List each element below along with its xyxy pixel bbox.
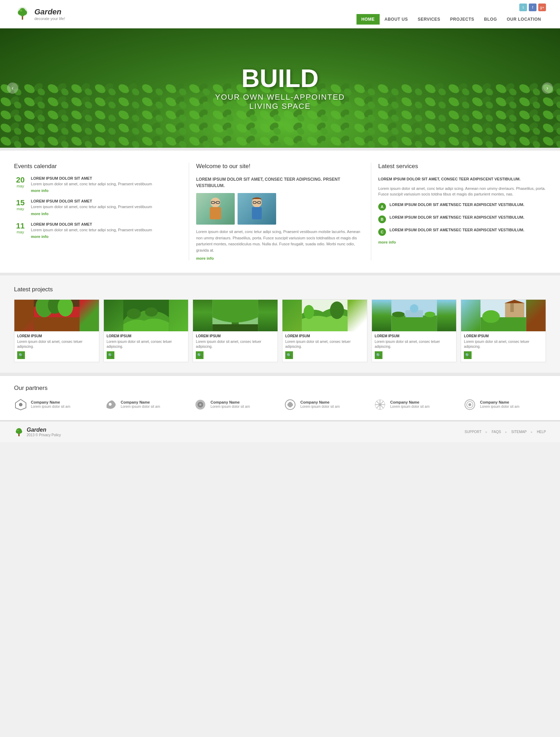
partner-info-4: Company Name Lorem ipsum dolor sit am [300,400,340,409]
event-more-3[interactable]: more info [31,234,182,239]
footer-logo-icon [14,427,24,437]
svg-point-36 [330,301,344,319]
nav-about[interactable]: ABOUT US [380,14,413,25]
welcome-images [196,193,364,225]
header: Garden decorate your life! t f g+ HOME A… [0,0,560,28]
slider-prev-button[interactable]: ‹ [7,82,18,94]
event-more-2[interactable]: more info [31,212,182,216]
project-info-2: LOREM IPSUM Lorem ipsum dolor sit amet, … [104,331,188,362]
partners-title: Our partners [14,385,546,392]
partner-logo-5 [373,398,387,411]
project-info-3: LOREM IPSUM Lorem ipsum dolor sit amet, … [193,331,278,362]
welcome-image-woman [238,193,276,225]
project-zoom-2[interactable]: 🔍 [107,351,114,359]
partner-info-6: Company Name Lorem ipsum dolor sit am [480,400,519,409]
project-info-4: LOREM IPSUM Lorem ipsum dolor sit amet, … [282,331,367,362]
welcome-title: Welcome to our site! [196,163,364,170]
logo-text-area: Garden decorate your life! [34,7,65,21]
svg-point-42 [410,304,418,313]
project-info-6: LOREM IPSUM Lorem ipsum dolor sit amet, … [461,331,546,362]
logo-icon [14,6,31,22]
footer-logo: Garden 2013 © Privacy Policy [14,427,61,437]
nav-home[interactable]: HOME [356,14,380,25]
project-card-1: LOREM IPSUM Lorem ipsum dolor sit amet, … [14,299,99,362]
svg-point-40 [392,312,405,317]
partners-grid: Company Name Lorem ipsum dolor sit am Co… [14,398,546,411]
twitter-icon[interactable]: t [519,4,527,11]
services-column: Latest services LOREM IPSUM DOLOR SIT AM… [371,163,546,260]
svg-rect-18 [252,207,262,219]
project-zoom-4[interactable]: 🔍 [285,351,293,359]
footer-link-support[interactable]: SUPPORT [465,430,481,434]
footer-link-sitemap[interactable]: SITEMAP [511,430,527,434]
project-zoom-1[interactable]: 🔍 [17,351,25,359]
svg-point-35 [304,305,314,319]
man-silhouette [201,195,229,223]
header-right: t f g+ HOME ABOUT US SERVICES PROJECTS B… [356,4,546,25]
projects-title: Latest projects [14,286,546,293]
nav-blog[interactable]: BLOG [479,14,502,25]
service-text-a: LOREM IPSUM DOLOR SIT AMETNSEC TEER ADIP… [389,202,524,211]
service-text-c: LOREM IPSUM DOLOR SIT AMETNSEC TEER ADIP… [389,227,524,236]
project-zoom-6[interactable]: 🔍 [464,351,472,359]
logo-title: Garden [34,7,65,16]
footer-copyright: 2013 © Privacy Policy [27,433,61,437]
projects-grid: LOREM IPSUM Lorem ipsum dolor sit amet, … [14,299,546,362]
facebook-icon[interactable]: f [529,4,536,11]
svg-point-61 [379,403,381,406]
welcome-image-man [196,193,235,225]
nav-projects[interactable]: PROJECTS [445,14,479,25]
partner-6: Company Name Lorem ipsum dolor sit am [463,398,546,411]
project-img-svg-2 [104,300,188,331]
google-icon[interactable]: g+ [538,4,546,11]
project-img-svg-6 [461,300,546,331]
project-info-5: LOREM IPSUM Lorem ipsum dolor sit amet, … [372,331,456,362]
logo-tagline: decorate your life! [34,16,65,21]
svg-rect-27 [34,317,79,331]
svg-point-7 [20,9,22,12]
partner-3: Company Name Lorem ipsum dolor sit am [194,398,276,411]
event-content-1: LOREM IPSUM DOLOR SIT AMET Lorem ipsum d… [31,176,182,193]
section-divider-3 [0,373,560,376]
project-image-3 [193,300,278,331]
footer: Garden 2013 © Privacy Policy SUPPORT ▸ F… [0,421,560,442]
nav-location[interactable]: OUR LOCATION [502,14,546,25]
three-columns-section: Events calendar 20 may LOREM IPSUM DOLOR… [0,151,560,273]
footer-link-help[interactable]: HELP [537,430,546,434]
partner-info-2: Company Name Lorem ipsum dolor sit am [121,400,160,409]
event-date-1: 20 may [14,176,27,193]
event-more-1[interactable]: more info [31,188,182,193]
svg-rect-69 [18,434,20,436]
partner-4: Company Name Lorem ipsum dolor sit am [284,398,366,411]
svg-rect-33 [213,324,258,331]
logo-area: Garden decorate your life! [14,6,65,22]
services-more[interactable]: more info [378,240,546,244]
project-zoom-3[interactable]: 🔍 [196,351,204,359]
footer-link-faqs[interactable]: FAQS [492,430,501,434]
slider-next-button[interactable]: › [542,82,553,94]
hero-slider: BUILD YOUR OWN WELL-APPOINTED LIVING SPA… [0,28,560,148]
services-intro: LOREM IPSUM DOLOR SIT AMET, CONSEC TEER … [378,176,546,182]
hero-subtitle: YOUR OWN WELL-APPOINTED LIVING SPACE [215,93,345,111]
partner-5: Company Name Lorem ipsum dolor sit am [373,398,456,411]
welcome-more[interactable]: more info [196,256,364,260]
welcome-column: Welcome to our site! LOREM IPSUM DOLOR S… [189,163,371,260]
svg-point-51 [109,403,112,406]
svg-point-70 [17,430,19,431]
events-column: Events calendar 20 may LOREM IPSUM DOLOR… [14,163,189,260]
project-card-5: LOREM IPSUM Lorem ipsum dolor sit amet, … [372,299,457,362]
svg-point-30 [145,307,158,317]
project-img-svg-1 [14,300,99,331]
project-info-1: LOREM IPSUM Lorem ipsum dolor sit amet, … [14,331,99,362]
project-zoom-5[interactable]: 🔍 [375,351,382,359]
partner-info-3: Company Name Lorem ipsum dolor sit am [211,400,250,409]
partner-info-5: Company Name Lorem ipsum dolor sit am [390,400,429,409]
footer-logo-text: Garden [27,427,61,433]
project-card-6: LOREM IPSUM Lorem ipsum dolor sit amet, … [461,299,546,362]
svg-point-29 [127,308,141,319]
svg-point-64 [468,403,471,406]
partner-logo-4 [284,398,297,411]
nav-services[interactable]: SERVICES [413,14,445,25]
project-card-2: LOREM IPSUM Lorem ipsum dolor sit amet, … [104,299,189,362]
event-date-3: 11 may [14,222,27,239]
